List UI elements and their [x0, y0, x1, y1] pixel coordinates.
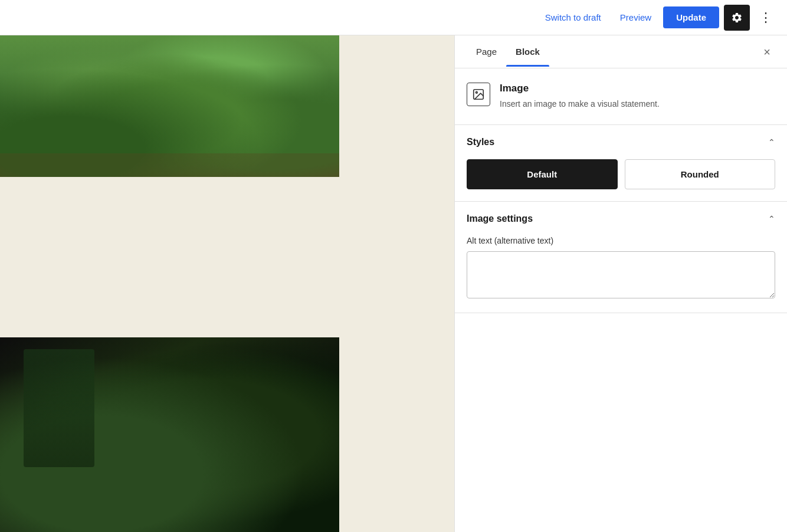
rounded-style-button[interactable]: Rounded — [625, 159, 776, 189]
alt-text-label: Alt text (alternative text) — [467, 236, 775, 245]
image-block-icon — [472, 88, 485, 101]
styles-section-title: Styles — [467, 137, 494, 147]
tab-block[interactable]: Block — [506, 37, 549, 66]
preview-button[interactable]: Preview — [613, 8, 658, 27]
update-button[interactable]: Update — [663, 6, 719, 28]
image-settings-title: Image settings — [467, 214, 533, 224]
svg-point-1 — [476, 91, 477, 93]
alt-text-input[interactable] — [467, 251, 775, 298]
canvas — [0, 35, 454, 532]
canvas-image-bottom — [0, 337, 339, 532]
tab-page[interactable]: Page — [467, 37, 506, 66]
main-area: Page Block × Image Insert an image to ma… — [0, 35, 787, 532]
image-settings-section-header[interactable]: Image settings ⌃ — [467, 214, 775, 224]
block-text-group: Image Insert an image to make a visual s… — [500, 83, 660, 110]
switch-to-draft-button[interactable]: Switch to draft — [538, 8, 608, 27]
more-options-button[interactable]: ⋮ — [755, 8, 778, 28]
image-settings-section: Image settings ⌃ Alt text (alternative t… — [455, 202, 787, 313]
gear-icon — [731, 12, 743, 24]
settings-button[interactable] — [724, 5, 750, 31]
image-settings-chevron-icon: ⌃ — [768, 214, 775, 224]
styles-chevron-icon: ⌃ — [768, 137, 775, 147]
toolbar: Switch to draft Preview Update ⋮ — [0, 0, 787, 35]
block-icon-container — [467, 83, 490, 106]
styles-section: Styles ⌃ Default Rounded — [455, 125, 787, 202]
block-title: Image — [500, 83, 660, 94]
close-sidebar-button[interactable]: × — [759, 41, 775, 63]
styles-buttons: Default Rounded — [467, 159, 775, 189]
default-style-button[interactable]: Default — [467, 159, 618, 189]
sidebar: Page Block × Image Insert an image to ma… — [454, 35, 787, 532]
block-info: Image Insert an image to make a visual s… — [455, 68, 787, 125]
tabs-bar: Page Block × — [455, 35, 787, 68]
canvas-image-top — [0, 35, 339, 177]
styles-section-header[interactable]: Styles ⌃ — [467, 137, 775, 147]
block-description: Insert an image to make a visual stateme… — [500, 98, 660, 110]
